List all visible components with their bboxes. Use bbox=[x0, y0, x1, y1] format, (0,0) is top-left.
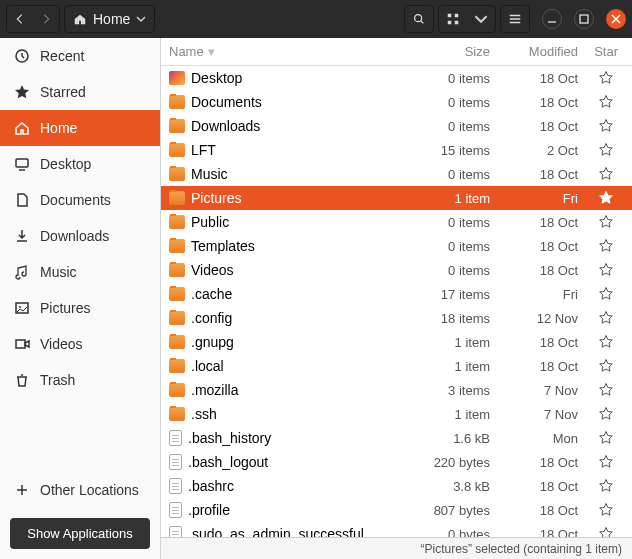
file-name: .cache bbox=[191, 286, 232, 302]
file-size: 0 bytes bbox=[392, 527, 498, 538]
star-icon[interactable] bbox=[598, 238, 614, 254]
col-star[interactable]: Star bbox=[586, 44, 626, 59]
svg-point-9 bbox=[19, 306, 21, 308]
file-name: Pictures bbox=[191, 190, 242, 206]
file-row[interactable]: .ssh1 item7 Nov bbox=[161, 402, 632, 426]
file-icon bbox=[169, 430, 182, 446]
file-row[interactable]: Templates0 items18 Oct bbox=[161, 234, 632, 258]
star-icon[interactable] bbox=[598, 70, 614, 86]
folder-icon bbox=[169, 383, 185, 397]
file-row[interactable]: Pictures1 itemFri bbox=[161, 186, 632, 210]
sidebar-item-label: Desktop bbox=[40, 156, 91, 172]
file-row[interactable]: Music0 items18 Oct bbox=[161, 162, 632, 186]
file-size: 0 items bbox=[392, 71, 498, 86]
desktop-folder-icon bbox=[169, 71, 185, 85]
maximize-button[interactable] bbox=[574, 9, 594, 29]
file-row[interactable]: .cache17 itemsFri bbox=[161, 282, 632, 306]
file-list[interactable]: Desktop0 items18 OctDocuments0 items18 O… bbox=[161, 66, 632, 537]
file-row[interactable]: Documents0 items18 Oct bbox=[161, 90, 632, 114]
sidebar-item-label: Starred bbox=[40, 84, 86, 100]
file-size: 0 items bbox=[392, 239, 498, 254]
svg-rect-5 bbox=[580, 15, 588, 23]
star-icon[interactable] bbox=[598, 526, 614, 537]
search-button[interactable] bbox=[405, 6, 433, 32]
star-icon[interactable] bbox=[598, 262, 614, 278]
star-icon[interactable] bbox=[598, 430, 614, 446]
file-name: Desktop bbox=[191, 70, 242, 86]
sidebar-item-recent[interactable]: Recent bbox=[0, 38, 160, 74]
star-icon[interactable] bbox=[598, 214, 614, 230]
svg-rect-3 bbox=[448, 21, 452, 25]
close-button[interactable] bbox=[606, 9, 626, 29]
sidebar-item-pictures[interactable]: Pictures bbox=[0, 290, 160, 326]
file-row[interactable]: .gnupg1 item18 Oct bbox=[161, 330, 632, 354]
star-icon[interactable] bbox=[598, 406, 614, 422]
file-name: LFT bbox=[191, 142, 216, 158]
file-size: 1 item bbox=[392, 335, 498, 350]
home-icon bbox=[14, 120, 30, 136]
file-name: Public bbox=[191, 214, 229, 230]
star-icon[interactable] bbox=[598, 166, 614, 182]
file-modified: 18 Oct bbox=[498, 215, 586, 230]
star-icon[interactable] bbox=[598, 502, 614, 518]
desktop-icon bbox=[14, 156, 30, 172]
folder-icon bbox=[169, 407, 185, 421]
star-icon[interactable] bbox=[598, 94, 614, 110]
file-modified: 12 Nov bbox=[498, 311, 586, 326]
file-row[interactable]: .bash_history1.6 kBMon bbox=[161, 426, 632, 450]
back-button[interactable] bbox=[7, 6, 33, 32]
view-grid-button[interactable] bbox=[439, 6, 467, 32]
star-icon[interactable] bbox=[598, 118, 614, 134]
file-row[interactable]: .bash_logout220 bytes18 Oct bbox=[161, 450, 632, 474]
status-bar: “Pictures” selected (containing 1 item) bbox=[161, 537, 632, 559]
star-icon[interactable] bbox=[598, 382, 614, 398]
sidebar-item-downloads[interactable]: Downloads bbox=[0, 218, 160, 254]
star-icon[interactable] bbox=[598, 454, 614, 470]
file-name: .ssh bbox=[191, 406, 217, 422]
folder-icon bbox=[169, 263, 185, 277]
file-row[interactable]: .sudo_as_admin_successful0 bytes18 Oct bbox=[161, 522, 632, 537]
star-icon[interactable] bbox=[598, 310, 614, 326]
forward-button[interactable] bbox=[33, 6, 59, 32]
file-modified: 18 Oct bbox=[498, 95, 586, 110]
file-name: .profile bbox=[188, 502, 230, 518]
file-row[interactable]: Desktop0 items18 Oct bbox=[161, 66, 632, 90]
menu-button[interactable] bbox=[501, 6, 529, 32]
file-row[interactable]: .mozilla3 items7 Nov bbox=[161, 378, 632, 402]
file-row[interactable]: .profile807 bytes18 Oct bbox=[161, 498, 632, 522]
col-modified[interactable]: Modified bbox=[498, 44, 586, 59]
star-icon[interactable] bbox=[598, 190, 614, 206]
file-row[interactable]: .local1 item18 Oct bbox=[161, 354, 632, 378]
sidebar-item-starred[interactable]: Starred bbox=[0, 74, 160, 110]
sidebar-item-desktop[interactable]: Desktop bbox=[0, 146, 160, 182]
star-icon[interactable] bbox=[598, 358, 614, 374]
col-size[interactable]: Size bbox=[392, 44, 498, 59]
star-icon[interactable] bbox=[598, 334, 614, 350]
sidebar-item-music[interactable]: Music bbox=[0, 254, 160, 290]
folder-icon bbox=[169, 287, 185, 301]
folder-icon bbox=[169, 167, 185, 181]
sidebar-item-videos[interactable]: Videos bbox=[0, 326, 160, 362]
show-applications-button[interactable]: Show Applications bbox=[10, 518, 150, 549]
col-name[interactable]: Name bbox=[169, 44, 204, 59]
view-options-button[interactable] bbox=[467, 6, 495, 32]
column-headers[interactable]: Name ▾ Size Modified Star bbox=[161, 38, 632, 66]
file-row[interactable]: .bashrc3.8 kB18 Oct bbox=[161, 474, 632, 498]
file-row[interactable]: Downloads0 items18 Oct bbox=[161, 114, 632, 138]
sidebar-item-home[interactable]: Home bbox=[0, 110, 160, 146]
sidebar-item-trash[interactable]: Trash bbox=[0, 362, 160, 398]
sidebar-item-documents[interactable]: Documents bbox=[0, 182, 160, 218]
pictures-icon bbox=[14, 300, 30, 316]
file-row[interactable]: .config18 items12 Nov bbox=[161, 306, 632, 330]
file-modified: 18 Oct bbox=[498, 527, 586, 538]
breadcrumb[interactable]: Home bbox=[64, 5, 155, 33]
star-icon[interactable] bbox=[598, 142, 614, 158]
minimize-button[interactable] bbox=[542, 9, 562, 29]
file-row[interactable]: LFT15 items2 Oct bbox=[161, 138, 632, 162]
svg-rect-1 bbox=[448, 14, 452, 18]
file-row[interactable]: Videos0 items18 Oct bbox=[161, 258, 632, 282]
star-icon[interactable] bbox=[598, 478, 614, 494]
star-icon[interactable] bbox=[598, 286, 614, 302]
sidebar-item-other-locations[interactable]: Other Locations bbox=[0, 472, 160, 508]
file-row[interactable]: Public0 items18 Oct bbox=[161, 210, 632, 234]
